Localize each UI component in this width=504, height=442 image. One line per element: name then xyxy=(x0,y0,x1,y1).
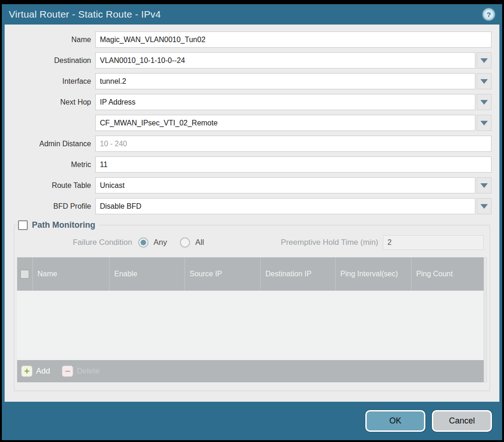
dialog-footer: OK Cancel xyxy=(2,402,502,440)
next-hop-field-wrap xyxy=(95,94,492,110)
column-header-name: Name xyxy=(33,257,110,291)
admin-distance-label: Admin Distance xyxy=(5,140,95,148)
form-row-next-hop: Next Hop xyxy=(5,94,492,110)
bfd-profile-input[interactable] xyxy=(95,198,475,214)
path-monitoring-table: Name Enable Source IP Destination IP xyxy=(17,257,487,382)
table-header-row: Name Enable Source IP Destination IP xyxy=(17,257,484,291)
form-row-route-table: Route Table xyxy=(5,177,492,193)
preemptive-hold-time-group: Preemptive Hold Time (min) xyxy=(281,235,487,250)
preemptive-hold-time-input[interactable] xyxy=(383,235,484,250)
path-monitoring-legend: Path Monitoring xyxy=(17,220,99,230)
metric-field-wrap xyxy=(95,156,492,173)
column-header-label: Ping Interval(sec) xyxy=(340,268,398,279)
interface-label: Interface xyxy=(5,77,95,86)
failure-condition-label: Failure Condition xyxy=(17,238,138,247)
route-table-label: Route Table xyxy=(5,181,95,190)
form-row-metric: Metric xyxy=(5,156,492,173)
path-monitoring-controls: Failure Condition Any All Preemptive Hol… xyxy=(17,235,487,250)
form-row-admin-distance: Admin Distance xyxy=(5,136,492,152)
column-header-enable: Enable xyxy=(110,257,185,291)
admin-distance-input[interactable] xyxy=(95,136,492,152)
column-header-label: Enable xyxy=(114,268,137,279)
chevron-down-icon xyxy=(480,204,488,209)
column-header-label: Source IP xyxy=(190,268,222,279)
failure-condition-any-option[interactable]: Any xyxy=(138,237,167,248)
delete-button[interactable]: − Delete xyxy=(62,366,99,377)
form-row-bfd-profile: BFD Profile xyxy=(5,198,492,214)
interface-input[interactable] xyxy=(95,73,475,89)
column-header-destination-ip: Destination IP xyxy=(261,257,336,291)
path-monitoring-checkbox[interactable] xyxy=(18,220,28,230)
column-header-ping-count: Ping Count xyxy=(412,257,484,291)
interface-dropdown-button[interactable] xyxy=(477,73,492,89)
path-monitoring-title: Path Monitoring xyxy=(32,220,95,230)
form-row-interface: Interface xyxy=(5,73,492,89)
route-table-dropdown-button[interactable] xyxy=(477,177,492,193)
add-plus-icon: + xyxy=(21,366,32,377)
static-route-dialog: Virtual Router - Static Route - IPv4 ? N… xyxy=(2,4,502,440)
next-hop-address-dropdown-button[interactable] xyxy=(477,115,492,131)
next-hop-value-field-wrap xyxy=(95,115,492,131)
destination-dropdown-button[interactable] xyxy=(477,52,492,68)
bfd-profile-field-wrap xyxy=(95,198,492,214)
radio-all[interactable] xyxy=(180,237,190,248)
column-header-label: Destination IP xyxy=(265,268,312,279)
radio-all-label: All xyxy=(195,238,204,247)
table-select-all-cell xyxy=(17,257,33,291)
screen: Virtual Router - Static Route - IPv4 ? N… xyxy=(0,0,504,442)
chevron-down-icon xyxy=(480,58,488,63)
delete-minus-icon: − xyxy=(62,366,73,377)
path-monitoring-table-main: Name Enable Source IP Destination IP xyxy=(17,257,484,382)
path-monitoring-section: Path Monitoring Failure Condition Any Al… xyxy=(14,220,490,391)
chevron-down-icon xyxy=(480,121,488,125)
cancel-button[interactable]: Cancel xyxy=(432,410,492,432)
dialog-titlebar: Virtual Router - Static Route - IPv4 ? xyxy=(2,4,502,25)
add-button[interactable]: + Add xyxy=(21,366,50,377)
ok-button[interactable]: OK xyxy=(365,410,425,432)
bfd-profile-label: BFD Profile xyxy=(5,202,95,211)
dialog-title: Virtual Router - Static Route - IPv4 xyxy=(9,9,161,20)
destination-input[interactable] xyxy=(95,52,475,68)
delete-button-label: Delete xyxy=(77,367,99,376)
destination-field-wrap xyxy=(95,52,492,68)
failure-condition-all-option[interactable]: All xyxy=(180,237,204,248)
name-label: Name xyxy=(5,36,95,44)
radio-dot xyxy=(141,240,146,245)
form-row-destination: Destination xyxy=(5,52,492,68)
column-header-ping-interval: Ping Interval(sec) xyxy=(336,257,412,291)
table-scrollbar-track[interactable] xyxy=(484,257,487,382)
table-body-empty xyxy=(17,291,484,360)
select-all-checkbox[interactable] xyxy=(20,270,29,279)
form-row-next-hop-value xyxy=(5,115,492,131)
chevron-down-icon xyxy=(480,100,488,105)
chevron-down-icon xyxy=(480,183,488,188)
interface-field-wrap xyxy=(95,73,492,89)
help-icon-glyph: ? xyxy=(486,11,491,19)
route-table-input[interactable] xyxy=(95,177,475,193)
column-header-source-ip: Source IP xyxy=(185,257,261,291)
next-hop-type-dropdown-button[interactable] xyxy=(477,94,492,110)
table-footer-bar: + Add − Delete xyxy=(17,360,484,382)
route-table-field-wrap xyxy=(95,177,492,193)
name-field-wrap xyxy=(95,31,492,48)
preemptive-hold-time-label: Preemptive Hold Time (min) xyxy=(281,238,378,247)
chevron-down-icon xyxy=(480,79,488,84)
metric-input[interactable] xyxy=(95,156,492,173)
column-header-label: Ping Count xyxy=(416,268,453,279)
radio-dot xyxy=(182,240,188,245)
help-icon[interactable]: ? xyxy=(483,8,495,20)
form-row-name: Name xyxy=(5,31,492,48)
next-hop-address-input[interactable] xyxy=(95,115,475,131)
destination-label: Destination xyxy=(5,56,95,65)
next-hop-type-input[interactable] xyxy=(95,94,475,110)
radio-any[interactable] xyxy=(138,237,148,248)
dialog-content: Name Destination Interface xyxy=(5,25,499,402)
metric-label: Metric xyxy=(5,161,95,169)
column-header-label: Name xyxy=(37,268,57,279)
bfd-profile-dropdown-button[interactable] xyxy=(477,198,492,214)
add-button-label: Add xyxy=(36,367,50,376)
next-hop-label: Next Hop xyxy=(5,98,95,106)
name-input[interactable] xyxy=(95,31,492,48)
radio-any-label: Any xyxy=(154,238,167,247)
admin-distance-field-wrap xyxy=(95,136,492,152)
